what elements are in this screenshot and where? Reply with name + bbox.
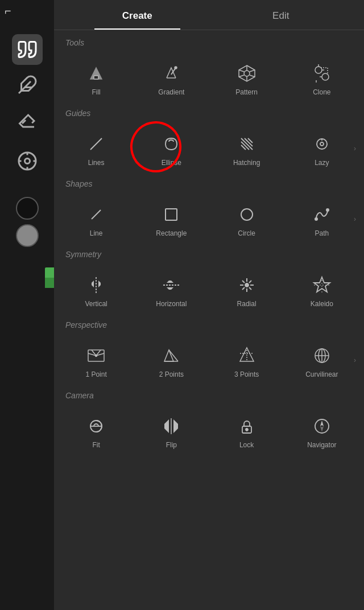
path-label: Path xyxy=(315,229,329,237)
3points-icon xyxy=(235,344,258,367)
tool-gradient[interactable]: Gradient xyxy=(135,55,208,101)
sidebar-tool-eraser[interactable] xyxy=(12,105,43,135)
kaleido-label: Kaleido xyxy=(311,300,333,308)
svg-point-12 xyxy=(244,71,250,76)
tool-navigator[interactable]: Navigator xyxy=(286,408,358,454)
curvilinear-arrow: › xyxy=(354,356,356,364)
vertical-icon xyxy=(85,274,107,296)
svg-line-47 xyxy=(249,287,251,290)
guides-grid: Lines Ellipse xyxy=(54,126,364,171)
sidebar-tool-brush[interactable] xyxy=(12,34,43,65)
svg-line-25 xyxy=(90,138,102,150)
ellipse-label: Ellipse xyxy=(162,159,181,167)
tab-create[interactable]: Create xyxy=(65,0,209,30)
tool-radial[interactable]: Radial xyxy=(210,267,283,312)
tool-curvilinear[interactable]: Curvilinear › xyxy=(286,337,358,383)
fit-label: Fit xyxy=(92,441,100,449)
3points-label: 3 Points xyxy=(234,370,259,378)
section-shapes: Shapes xyxy=(54,171,364,196)
path-arrow: › xyxy=(354,215,356,223)
tool-kaleido[interactable]: Kaleido xyxy=(286,267,358,312)
tool-lazy[interactable]: Lazy › xyxy=(286,126,358,171)
tool-lines[interactable]: Lines xyxy=(60,126,133,171)
tabs-header: Create Edit xyxy=(54,0,364,30)
horizontal-label: Horizontal xyxy=(156,300,187,308)
svg-point-41 xyxy=(245,283,249,287)
svg-line-48 xyxy=(249,281,251,283)
lines-label: Lines xyxy=(88,159,105,167)
corner-bracket: ⌐ xyxy=(5,5,11,18)
svg-marker-69 xyxy=(173,419,178,433)
sidebar-tool-target[interactable] xyxy=(12,146,43,176)
horizontal-icon xyxy=(160,274,183,296)
line-icon xyxy=(85,203,107,226)
svg-point-36 xyxy=(241,209,253,220)
tool-horizontal[interactable]: Horizontal xyxy=(135,267,208,312)
gradient-label: Gradient xyxy=(158,88,184,96)
svg-point-37 xyxy=(315,218,317,220)
section-guides: Guides xyxy=(54,101,364,126)
pattern-icon xyxy=(235,62,258,85)
svg-rect-35 xyxy=(166,209,177,220)
tool-fit[interactable]: Fit xyxy=(60,408,133,454)
svg-point-3 xyxy=(24,159,30,164)
lock-icon xyxy=(235,415,258,438)
fill-icon xyxy=(85,62,107,85)
svg-line-34 xyxy=(92,210,101,219)
clone-icon xyxy=(311,62,333,85)
radial-label: Radial xyxy=(237,300,257,308)
tool-path[interactable]: Path › xyxy=(286,196,358,242)
tool-line[interactable]: Line xyxy=(60,196,133,242)
tool-hatching[interactable]: Hatching xyxy=(210,126,283,171)
section-camera: Camera xyxy=(54,383,364,408)
section-guides-title: Guides xyxy=(65,109,353,118)
tool-vertical[interactable]: Vertical xyxy=(60,267,133,312)
fill-label: Fill xyxy=(92,88,100,96)
svg-point-32 xyxy=(320,142,324,146)
main-panel: Create Edit Tools Fill xyxy=(54,0,364,610)
sidebar-tool-smear[interactable] xyxy=(12,69,43,100)
svg-point-72 xyxy=(246,428,248,431)
color-black[interactable] xyxy=(16,197,39,220)
hatching-icon xyxy=(235,133,258,155)
tool-pattern[interactable]: Pattern xyxy=(210,55,283,101)
tool-circle[interactable]: Circle xyxy=(210,196,283,242)
tool-clone[interactable]: Clone xyxy=(286,55,358,101)
tool-fill[interactable]: Fill xyxy=(60,55,133,101)
1point-icon xyxy=(85,344,107,367)
tool-lock[interactable]: Lock xyxy=(210,408,283,454)
section-symmetry: Symmetry xyxy=(54,242,364,267)
color-gray[interactable] xyxy=(16,224,39,247)
tool-ellipse[interactable]: Ellipse xyxy=(135,126,208,171)
flip-icon xyxy=(160,415,183,438)
circle-label: Circle xyxy=(238,229,255,237)
gradient-icon xyxy=(160,62,183,85)
tool-flip[interactable]: Flip xyxy=(135,408,208,454)
path-icon xyxy=(311,203,333,226)
tab-edit[interactable]: Edit xyxy=(209,0,353,30)
svg-point-10 xyxy=(175,67,177,69)
tool-1point[interactable]: 1 Point xyxy=(60,337,133,383)
rectangle-label: Rectangle xyxy=(156,229,187,237)
curvilinear-label: Curvilinear xyxy=(305,370,338,378)
tool-2points[interactable]: 2 Points xyxy=(135,337,208,383)
svg-marker-74 xyxy=(320,421,324,426)
clone-label: Clone xyxy=(313,88,330,96)
color-section xyxy=(16,192,39,247)
tools-grid: Fill Gradient xyxy=(54,55,364,101)
tool-rectangle[interactable]: Rectangle xyxy=(135,196,208,242)
svg-point-57 xyxy=(96,355,97,356)
lazy-label: Lazy xyxy=(315,159,329,167)
svg-marker-68 xyxy=(164,419,169,433)
perspective-grid: 1 Point 2 Points 3 Points xyxy=(54,337,364,383)
rectangle-icon xyxy=(160,203,183,226)
section-tools: Tools xyxy=(54,30,364,55)
left-sidebar: ⌐ xyxy=(0,0,54,610)
line-label: Line xyxy=(90,229,103,237)
lazy-arrow: › xyxy=(354,145,356,152)
svg-rect-8 xyxy=(94,76,98,79)
svg-marker-75 xyxy=(320,426,324,432)
tool-3points[interactable]: 3 Points xyxy=(210,337,283,383)
navigator-label: Navigator xyxy=(307,441,336,449)
navigator-icon xyxy=(311,415,333,438)
